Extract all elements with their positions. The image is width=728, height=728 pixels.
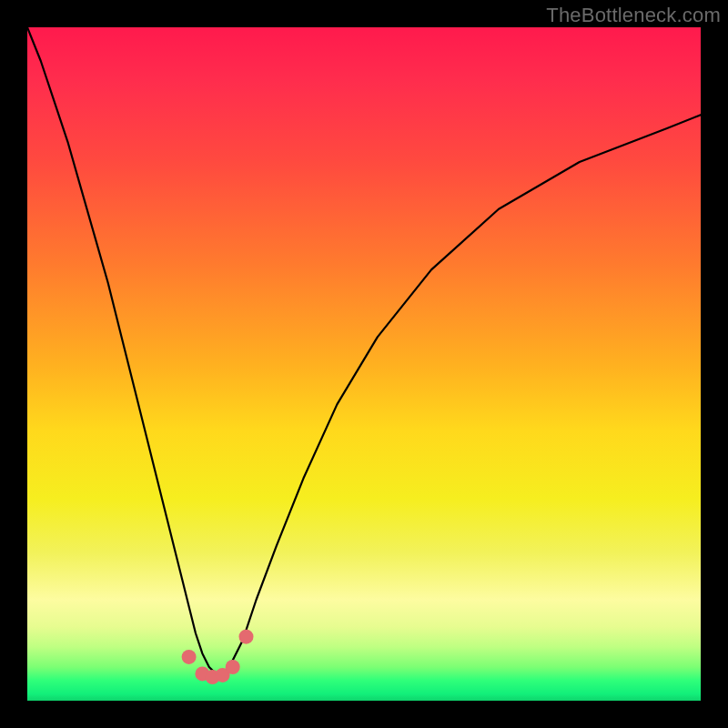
- curve-dot: [239, 630, 254, 644]
- curve-dot: [226, 660, 240, 674]
- watermark-text: TheBottleneck.com: [546, 4, 721, 27]
- curve-svg: [27, 27, 701, 701]
- curve-minimum-dots: [182, 630, 254, 684]
- plot-area: [27, 27, 701, 701]
- curve-dot: [182, 650, 197, 664]
- bottleneck-curve-path: [27, 27, 701, 673]
- chart-frame: TheBottleneck.com: [0, 0, 728, 728]
